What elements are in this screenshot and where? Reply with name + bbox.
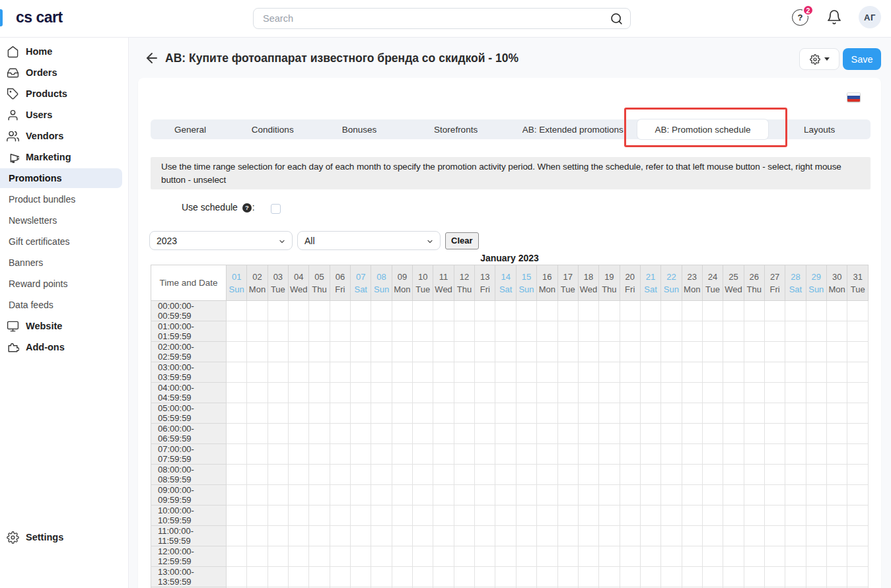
schedule-slot[interactable] [764, 444, 785, 465]
time-range-label[interactable]: 01:00:00-01:59:59 [151, 321, 227, 342]
schedule-slot[interactable] [826, 546, 847, 567]
time-range-label[interactable]: 11:00:00-11:59:59 [151, 526, 227, 546]
day-column-header[interactable]: 28Sat [785, 265, 806, 301]
schedule-slot[interactable] [764, 465, 785, 485]
tab-ab-extended-promotions[interactable]: AB: Extended promotions [509, 119, 637, 139]
schedule-slot[interactable] [826, 485, 847, 506]
schedule-slot[interactable] [537, 321, 557, 342]
schedule-slot[interactable] [785, 403, 806, 424]
schedule-slot[interactable] [392, 465, 412, 485]
schedule-slot[interactable] [537, 424, 557, 444]
schedule-slot[interactable] [806, 362, 826, 383]
schedule-slot[interactable] [723, 383, 744, 403]
schedule-slot[interactable] [309, 526, 330, 546]
schedule-slot[interactable] [516, 321, 536, 342]
schedule-slot[interactable] [806, 506, 826, 526]
schedule-slot[interactable] [475, 485, 495, 506]
schedule-slot[interactable] [413, 403, 433, 424]
schedule-slot[interactable] [392, 403, 412, 424]
day-column-header[interactable]: 12Thu [454, 265, 474, 301]
time-range-label[interactable]: 13:00:00-13:59:59 [151, 567, 227, 587]
schedule-slot[interactable] [537, 567, 557, 587]
schedule-slot[interactable] [330, 526, 350, 546]
schedule-slot[interactable] [454, 383, 474, 403]
year-select[interactable]: 2023 [149, 231, 293, 250]
sidebar-item-addons[interactable]: Add-ons [0, 337, 128, 358]
schedule-slot[interactable] [392, 444, 412, 465]
schedule-slot[interactable] [516, 383, 536, 403]
schedule-slot[interactable] [289, 383, 309, 403]
schedule-slot[interactable] [806, 567, 826, 587]
schedule-slot[interactable] [330, 546, 350, 567]
schedule-slot[interactable] [806, 465, 826, 485]
schedule-slot[interactable] [723, 567, 744, 587]
search-input[interactable] [254, 9, 630, 28]
schedule-slot[interactable] [392, 301, 412, 321]
schedule-slot[interactable] [267, 342, 288, 362]
sidebar-item-products[interactable]: Products [0, 83, 128, 104]
schedule-slot[interactable] [682, 444, 702, 465]
schedule-slot[interactable] [454, 506, 474, 526]
sidebar-item-data-feeds[interactable]: Data feeds [0, 294, 128, 315]
schedule-slot[interactable] [764, 506, 785, 526]
schedule-slot[interactable] [351, 321, 371, 342]
schedule-slot[interactable] [371, 424, 392, 444]
schedule-slot[interactable] [475, 424, 495, 444]
schedule-slot[interactable] [640, 526, 660, 546]
schedule-slot[interactable] [723, 342, 744, 362]
sidebar-item-gift-certificates[interactable]: Gift certificates [0, 231, 128, 252]
notifications-button[interactable] [826, 9, 842, 25]
schedule-slot[interactable] [806, 383, 826, 403]
schedule-slot[interactable] [330, 465, 350, 485]
schedule-slot[interactable] [289, 424, 309, 444]
schedule-slot[interactable] [475, 362, 495, 383]
schedule-slot[interactable] [599, 465, 620, 485]
schedule-slot[interactable] [267, 321, 288, 342]
day-column-header[interactable]: 15Sun [516, 265, 536, 301]
back-arrow-icon[interactable] [144, 50, 160, 66]
schedule-slot[interactable] [826, 321, 847, 342]
schedule-slot[interactable] [413, 506, 433, 526]
schedule-slot[interactable] [640, 424, 660, 444]
schedule-slot[interactable] [723, 424, 744, 444]
schedule-slot[interactable] [661, 362, 682, 383]
schedule-slot[interactable] [309, 403, 330, 424]
schedule-slot[interactable] [413, 567, 433, 587]
schedule-slot[interactable] [702, 362, 723, 383]
schedule-slot[interactable] [475, 321, 495, 342]
schedule-slot[interactable] [351, 362, 371, 383]
schedule-slot[interactable] [557, 444, 578, 465]
schedule-slot[interactable] [289, 362, 309, 383]
schedule-slot[interactable] [454, 444, 474, 465]
schedule-slot[interactable] [433, 546, 454, 567]
schedule-slot[interactable] [247, 424, 267, 444]
schedule-slot[interactable] [599, 383, 620, 403]
schedule-slot[interactable] [620, 465, 640, 485]
schedule-slot[interactable] [351, 567, 371, 587]
schedule-slot[interactable] [557, 526, 578, 546]
schedule-slot[interactable] [475, 526, 495, 546]
day-column-header[interactable]: 17Tue [557, 265, 578, 301]
schedule-slot[interactable] [826, 567, 847, 587]
schedule-slot[interactable] [433, 424, 454, 444]
month-select[interactable]: All [297, 231, 441, 250]
schedule-slot[interactable] [247, 444, 267, 465]
schedule-slot[interactable] [723, 465, 744, 485]
schedule-slot[interactable] [227, 321, 247, 342]
schedule-slot[interactable] [330, 424, 350, 444]
schedule-slot[interactable] [557, 301, 578, 321]
schedule-slot[interactable] [454, 485, 474, 506]
schedule-slot[interactable] [267, 301, 288, 321]
day-column-header[interactable]: 29Sun [806, 265, 826, 301]
day-column-header[interactable]: 13Fri [475, 265, 495, 301]
schedule-slot[interactable] [785, 321, 806, 342]
schedule-slot[interactable] [806, 301, 826, 321]
schedule-slot[interactable] [785, 424, 806, 444]
schedule-slot[interactable] [330, 362, 350, 383]
schedule-slot[interactable] [785, 444, 806, 465]
schedule-slot[interactable] [661, 465, 682, 485]
schedule-slot[interactable] [516, 301, 536, 321]
schedule-slot[interactable] [640, 403, 660, 424]
schedule-slot[interactable] [392, 362, 412, 383]
time-range-label[interactable]: 06:00:00-06:59:59 [151, 424, 227, 444]
